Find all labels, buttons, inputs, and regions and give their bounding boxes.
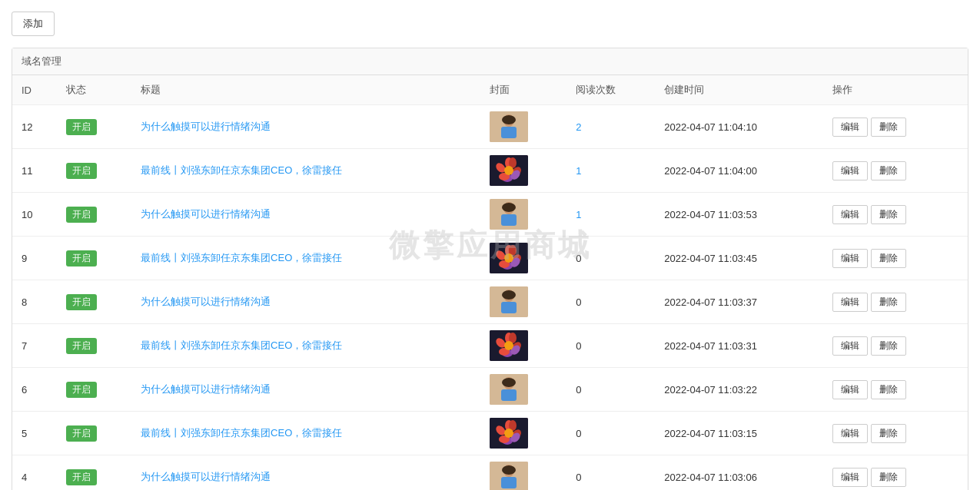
status-badge: 开启 <box>66 250 97 267</box>
cell-reads: 0 <box>566 237 655 280</box>
svg-point-55 <box>504 429 513 438</box>
cell-actions: 编辑删除 <box>823 324 968 368</box>
table-row: 9开启最前线丨刘强东卸任京东集团CEO，徐雷接任 02022-04-07 11:… <box>12 237 968 280</box>
cell-title[interactable]: 最前线丨刘强东卸任京东集团CEO，徐雷接任 <box>131 237 480 280</box>
title-link[interactable]: 为什么触摸可以进行情绪沟通 <box>141 121 271 132</box>
delete-button[interactable]: 删除 <box>871 118 906 137</box>
cell-created: 2022-04-07 11:03:15 <box>655 412 823 455</box>
delete-button[interactable]: 删除 <box>871 424 906 443</box>
col-actions: 操作 <box>823 75 968 105</box>
cover-image <box>490 243 528 273</box>
cell-title[interactable]: 最前线丨刘强东卸任京东集团CEO，徐雷接任 <box>131 149 480 193</box>
col-reads: 阅读次数 <box>566 75 655 105</box>
col-cover: 封面 <box>480 75 566 105</box>
title-link[interactable]: 为什么触摸可以进行情绪沟通 <box>141 296 271 307</box>
edit-button[interactable]: 编辑 <box>832 380 868 399</box>
cell-status: 开启 <box>57 149 131 193</box>
panel: 域名管理 ID 状态 标题 封面 阅读次数 创建时间 操作 12开启为什么触摸可… <box>12 48 968 490</box>
title-link[interactable]: 最前线丨刘强东卸任京东集团CEO，徐雷接任 <box>141 252 342 263</box>
table-row: 7开启最前线丨刘强东卸任京东集团CEO，徐雷接任 02022-04-07 11:… <box>12 324 968 368</box>
cell-status: 开启 <box>57 412 131 455</box>
svg-rect-30 <box>501 302 517 313</box>
cell-cover <box>480 280 566 324</box>
table-header-row: ID 状态 标题 封面 阅读次数 创建时间 操作 <box>12 75 968 105</box>
cell-title[interactable]: 为什么触摸可以进行情绪沟通 <box>131 368 480 412</box>
col-id: ID <box>12 75 57 105</box>
delete-button[interactable]: 删除 <box>871 336 906 356</box>
cell-title[interactable]: 最前线丨刘强东卸任京东集团CEO，徐雷接任 <box>131 412 480 455</box>
edit-button[interactable]: 编辑 <box>832 468 868 487</box>
delete-button[interactable]: 删除 <box>871 380 906 399</box>
table-row: 6开启为什么触摸可以进行情绪沟通 02022-04-07 11:03:22编辑删… <box>12 368 968 412</box>
cell-created: 2022-04-07 11:03:45 <box>655 237 823 280</box>
cell-status: 开启 <box>57 368 131 412</box>
edit-button[interactable]: 编辑 <box>832 293 868 312</box>
cell-actions: 编辑删除 <box>823 105 968 149</box>
svg-rect-2 <box>501 127 517 138</box>
cell-actions: 编辑删除 <box>823 412 968 455</box>
table-row: 10开启为什么触摸可以进行情绪沟通 12022-04-07 11:03:53编辑… <box>12 193 968 237</box>
delete-button[interactable]: 删除 <box>871 161 906 180</box>
cell-reads: 2 <box>566 105 655 149</box>
cell-title[interactable]: 为什么触摸可以进行情绪沟通 <box>131 280 480 324</box>
cover-image <box>490 462 528 490</box>
cell-id: 9 <box>12 237 57 280</box>
edit-button[interactable]: 编辑 <box>832 336 868 356</box>
cover-image <box>490 286 528 317</box>
status-badge: 开启 <box>66 338 97 354</box>
title-link[interactable]: 最前线丨刘强东卸任京东集团CEO，徐雷接任 <box>141 427 342 439</box>
cover-image <box>490 111 528 142</box>
status-badge: 开启 <box>66 382 97 398</box>
cell-created: 2022-04-07 11:03:53 <box>655 193 823 237</box>
cell-actions: 编辑删除 <box>823 149 968 193</box>
edit-button[interactable]: 编辑 <box>832 205 868 224</box>
add-button[interactable]: 添加 <box>12 12 55 36</box>
edit-button[interactable]: 编辑 <box>832 424 868 443</box>
delete-button[interactable]: 删除 <box>871 249 906 268</box>
cell-reads: 1 <box>566 149 655 193</box>
cell-title[interactable]: 最前线丨刘强东卸任京东集团CEO，徐雷接任 <box>131 324 480 368</box>
cover-image <box>490 330 528 361</box>
cell-created: 2022-04-07 11:04:10 <box>655 105 823 149</box>
table-row: 8开启为什么触摸可以进行情绪沟通 02022-04-07 11:03:37编辑删… <box>12 280 968 324</box>
edit-button[interactable]: 编辑 <box>832 161 868 180</box>
cell-title[interactable]: 为什么触摸可以进行情绪沟通 <box>131 193 480 237</box>
delete-button[interactable]: 删除 <box>871 205 906 224</box>
cover-image <box>490 418 528 449</box>
cell-title[interactable]: 为什么触摸可以进行情绪沟通 <box>131 455 480 491</box>
svg-point-41 <box>504 341 513 350</box>
status-badge: 开启 <box>66 163 97 179</box>
cell-id: 12 <box>12 105 57 149</box>
cell-status: 开启 <box>57 237 131 280</box>
cell-reads: 0 <box>566 368 655 412</box>
panel-header: 域名管理 <box>12 48 968 75</box>
cell-id: 10 <box>12 193 57 237</box>
cover-image <box>490 374 528 405</box>
edit-button[interactable]: 编辑 <box>832 249 868 268</box>
title-link[interactable]: 最前线丨刘强东卸任京东集团CEO，徐雷接任 <box>141 339 342 351</box>
svg-point-13 <box>504 166 513 175</box>
cell-created: 2022-04-07 11:03:31 <box>655 324 823 368</box>
cell-cover <box>480 455 566 491</box>
data-table: ID 状态 标题 封面 阅读次数 创建时间 操作 12开启为什么触摸可以进行情绪… <box>12 75 968 490</box>
cell-cover <box>480 368 566 412</box>
svg-rect-16 <box>501 214 517 226</box>
svg-rect-44 <box>501 389 517 401</box>
delete-button[interactable]: 删除 <box>871 468 906 487</box>
title-link[interactable]: 为什么触摸可以进行情绪沟通 <box>141 471 271 482</box>
svg-point-59 <box>502 465 516 475</box>
cell-cover <box>480 105 566 149</box>
delete-button[interactable]: 删除 <box>871 293 906 312</box>
cell-status: 开启 <box>57 193 131 237</box>
svg-point-3 <box>502 115 516 124</box>
title-link[interactable]: 为什么触摸可以进行情绪沟通 <box>141 383 271 395</box>
cell-title[interactable]: 为什么触摸可以进行情绪沟通 <box>131 105 480 149</box>
page-wrapper: 添加 域名管理 ID 状态 标题 封面 阅读次数 创建时间 操作 12开启为什么… <box>0 0 980 490</box>
cell-reads: 0 <box>566 412 655 455</box>
status-badge: 开启 <box>66 469 97 485</box>
status-badge: 开启 <box>66 207 97 223</box>
title-link[interactable]: 为什么触摸可以进行情绪沟通 <box>141 208 271 220</box>
cell-cover <box>480 412 566 455</box>
title-link[interactable]: 最前线丨刘强东卸任京东集团CEO，徐雷接任 <box>141 164 342 176</box>
edit-button[interactable]: 编辑 <box>832 118 868 137</box>
